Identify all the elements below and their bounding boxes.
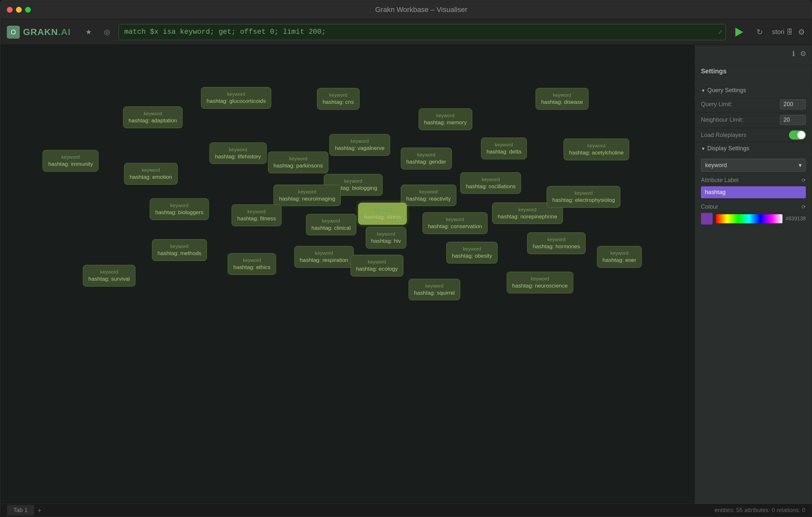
keyword-node[interactable]: keywordhashtag: survival <box>83 265 136 286</box>
keyword-node[interactable]: keywordhashtag: cns <box>317 88 359 110</box>
keyword-node[interactable]: keywordhashtag: neuroimaging <box>273 185 341 206</box>
query-limit-value[interactable]: 200 <box>780 99 806 110</box>
expand-query-button[interactable]: ⤢ <box>718 29 723 36</box>
keyword-node[interactable]: keywordhashtag: ener <box>597 246 642 268</box>
keyword-node[interactable]: keywordhashtag: oscillations <box>460 172 521 194</box>
keyword-node[interactable]: keywordhashtag: adaptation <box>123 107 182 128</box>
node-attr: hashtag: stress <box>364 213 401 221</box>
close-button[interactable] <box>7 7 13 13</box>
node-attr: hashtag: lifehistory <box>215 153 261 161</box>
keyword-node[interactable]: keywordhashtag: immunity <box>42 150 98 172</box>
keyword-node[interactable]: keywordhashtag: parkinsons <box>268 152 328 173</box>
query-input[interactable] <box>119 24 726 40</box>
maximize-button[interactable] <box>25 7 31 13</box>
node-attr: hashtag: conservation <box>428 223 482 231</box>
panel-top-icons: ℹ ⚙ <box>695 45 812 63</box>
node-attr: hashtag: glucocorticoids <box>207 97 266 105</box>
node-attr: hashtag: fitness <box>237 215 276 223</box>
node-attr: hashtag: emotion <box>129 173 172 181</box>
node-attr: hashtag: hormones <box>533 243 580 250</box>
colour-label: Colour <box>701 204 718 210</box>
logo-ai: .AI <box>58 27 71 37</box>
settings-section: Settings <box>695 63 812 84</box>
node-attr: hashtag: obesity <box>452 252 492 260</box>
content-area: keywordhashtag: glucocorticoidskeywordha… <box>0 45 812 504</box>
node-type: keyword <box>406 151 446 158</box>
neighbour-limit-value[interactable]: 20 <box>780 115 806 125</box>
keyword-node[interactable]: keywordhashtag: obesity <box>446 242 498 264</box>
graph-canvas[interactable]: keywordhashtag: glucocorticoidskeywordha… <box>0 45 695 504</box>
keyword-node[interactable]: keywordhashtag: ethics <box>228 253 276 275</box>
info-icon[interactable]: ℹ <box>792 50 795 58</box>
load-roleplayers-toggle[interactable] <box>789 130 806 140</box>
node-type: keyword <box>155 202 203 209</box>
attribute-label-reset-icon[interactable]: ⟳ <box>802 177 806 183</box>
node-attr: hashtag: respiration <box>300 256 348 264</box>
keyword-node[interactable]: keywordhashtag: methods <box>152 239 207 261</box>
keyword-node[interactable]: keywordhashtag: vagalnerve <box>329 134 390 156</box>
keyword-node[interactable]: keywordhashtag: fitness <box>232 205 281 226</box>
keyword-node[interactable]: keywordhashtag: disease <box>535 88 588 110</box>
load-roleplayers-row: Load Roleplayers <box>695 128 812 143</box>
storage-label: stori <box>772 28 784 36</box>
keyword-node[interactable]: keywordhashtag: biologgers <box>150 198 209 220</box>
colour-row: Colour ⟳ <box>701 204 806 210</box>
attribute-label-input[interactable] <box>701 186 806 198</box>
query-settings-toggle[interactable]: ▼ Query Settings <box>695 84 812 97</box>
node-attr: hashtag: disease <box>541 98 583 106</box>
run-button[interactable] <box>731 24 747 40</box>
keyword-node[interactable]: keywordhashtag: memory <box>419 109 472 130</box>
tab-1[interactable]: Tab 1 <box>7 505 34 516</box>
app-window: Grakn Workbase – Visualiser ⬡ GRAKN.AI ★… <box>0 0 812 517</box>
node-type: keyword <box>424 112 467 119</box>
node-attr: hashtag: oscillations <box>466 183 516 190</box>
keyword-node[interactable]: keywordhashtag: ecology <box>350 255 403 276</box>
type-dropdown-value: keyword <box>705 162 727 169</box>
load-roleplayers-label: Load Roleplayers <box>701 132 789 139</box>
attribute-label-text: Attribute Label <box>701 177 738 184</box>
toggle-knob <box>798 131 805 139</box>
keyword-node[interactable]: keywordhashtag: reactivity <box>401 185 456 206</box>
minimize-button[interactable] <box>16 7 22 13</box>
keyword-node[interactable]: keywordhashtag: clinical <box>306 214 356 236</box>
node-type: keyword <box>541 92 583 98</box>
bookmark-button[interactable]: ★ <box>82 26 95 39</box>
refresh-button[interactable]: ↻ <box>753 25 767 39</box>
global-settings-button[interactable]: ⚙ <box>798 28 805 37</box>
statusbar: Tab 1 + entities: 55 attributes: 0 relat… <box>0 504 812 517</box>
display-settings-toggle[interactable]: ▼ Display Settings <box>695 143 812 155</box>
keyword-node[interactable]: keywordhashtag: glucocorticoids <box>201 87 271 109</box>
colour-hex-value: #839138 <box>786 216 806 222</box>
logo-area: ⬡ GRAKN.AI <box>7 26 70 39</box>
logo-text: GRAKN.AI <box>23 27 70 37</box>
type-dropdown[interactable]: keyword ▾ <box>701 159 806 172</box>
keyword-node[interactable]: keywordhashtag: squirrel <box>409 279 461 301</box>
history-button[interactable]: ◎ <box>100 26 113 39</box>
colour-swatch[interactable] <box>701 213 713 224</box>
keyword-node[interactable]: keywordhashtag: lifehistory <box>209 143 267 164</box>
node-type: keyword <box>157 243 201 250</box>
node-type: keyword <box>300 250 348 256</box>
panel-settings-icon[interactable]: ⚙ <box>800 50 807 58</box>
keyword-node[interactable]: keywordhashtag: gender <box>401 148 452 170</box>
keyword-node[interactable]: keywordhashtag: conservation <box>423 212 488 234</box>
keyword-node[interactable]: keywordhashtag: stress <box>358 203 407 224</box>
keyword-node[interactable]: keywordhashtag: neuroscience <box>507 272 573 294</box>
node-type: keyword <box>406 188 451 195</box>
node-attr: hashtag: norepinephrine <box>498 213 557 221</box>
colour-reset-icon[interactable]: ⟳ <box>802 204 806 210</box>
window-title: Grakn Workbase – Visualiser <box>37 5 805 14</box>
keyword-node[interactable]: keywordhashtag: emotion <box>124 163 177 185</box>
display-settings-section: keyword ▾ Attribute Label ⟳ Colour ⟳ #83… <box>695 155 812 229</box>
keyword-node[interactable]: keywordhashtag: hiv <box>366 227 407 249</box>
keyword-node[interactable]: keywordhashtag: hormones <box>527 232 586 254</box>
keyword-node[interactable]: keywordhashtag: respiration <box>294 246 354 268</box>
keyword-node[interactable]: keywordhashtag: delta <box>481 138 527 159</box>
keyword-node[interactable]: keywordhashtag: electrophysiolog <box>547 186 620 208</box>
node-attr: hashtag: delta <box>487 148 521 156</box>
settings-title: Settings <box>701 67 806 75</box>
colour-gradient[interactable] <box>716 214 782 223</box>
add-tab-button[interactable]: + <box>37 506 41 515</box>
keyword-node[interactable]: keywordhashtag: acetylcholine <box>563 139 629 160</box>
storage-button[interactable]: stori 🗄 <box>772 28 793 36</box>
